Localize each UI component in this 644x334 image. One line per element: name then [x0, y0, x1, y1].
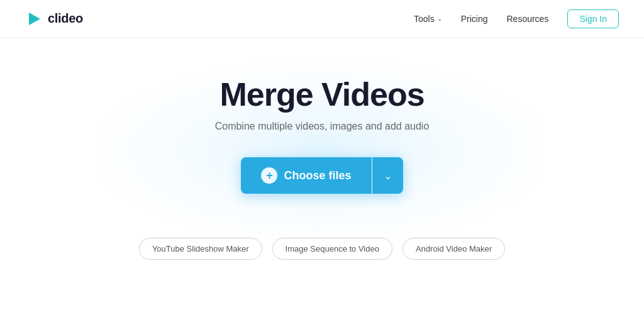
nav-tools[interactable]: Tools ⌄	[414, 14, 442, 24]
choose-files-container: + Choose files ⌄	[241, 157, 402, 194]
navbar: clideo Tools ⌄ Pricing Resources Sign In	[0, 0, 644, 38]
main-content: Merge Videos Combine multiple videos, im…	[0, 38, 644, 260]
sign-in-button[interactable]: Sign In	[567, 9, 619, 28]
chevron-down-icon: ⌄	[384, 170, 392, 182]
choose-files-dropdown-button[interactable]: ⌄	[372, 157, 403, 194]
svg-marker-0	[29, 13, 40, 25]
nav-pricing[interactable]: Pricing	[461, 14, 488, 24]
logo[interactable]: clideo	[25, 10, 83, 28]
bottom-link-youtube[interactable]: YouTube Slideshow Maker	[139, 238, 262, 260]
bottom-links: YouTube Slideshow Maker Image Sequence t…	[139, 238, 505, 260]
nav-links: Tools ⌄ Pricing Resources Sign In	[414, 9, 619, 28]
tools-chevron-icon: ⌄	[437, 15, 442, 22]
clideo-logo-icon	[25, 10, 43, 28]
logo-text: clideo	[48, 11, 83, 26]
plus-icon: +	[261, 167, 277, 184]
page-title: Merge Videos	[219, 75, 424, 113]
bottom-link-android[interactable]: Android Video Maker	[402, 238, 505, 260]
choose-files-label: Choose files	[284, 169, 351, 182]
page-subtitle: Combine multiple videos, images and add …	[215, 121, 430, 132]
nav-resources[interactable]: Resources	[506, 14, 548, 24]
bottom-link-image-sequence[interactable]: Image Sequence to Video	[272, 238, 392, 260]
choose-files-button[interactable]: + Choose files	[241, 157, 371, 194]
